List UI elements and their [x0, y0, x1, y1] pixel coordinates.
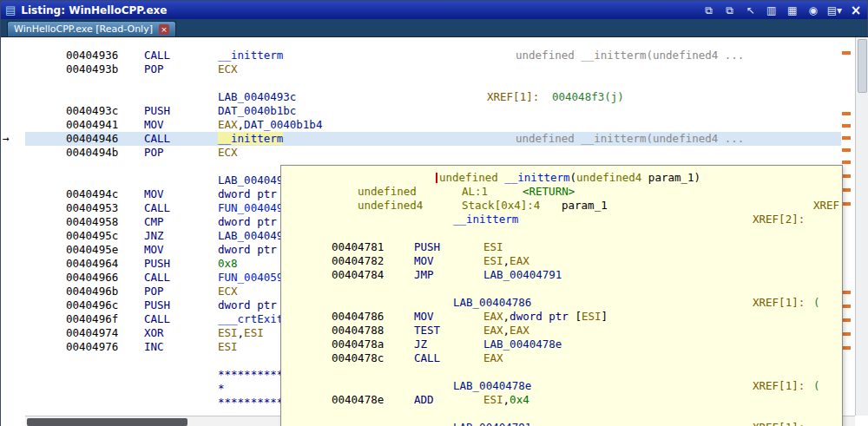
popup-row[interactable]: LAB_0040478eXREF[1]:( — [281, 379, 842, 393]
popup-row[interactable]: 00404781PUSHESI — [281, 240, 842, 254]
tab-close-icon[interactable]: × — [159, 24, 169, 35]
cell-op: ESI — [483, 240, 503, 254]
nav-marker[interactable] — [842, 332, 851, 336]
cell-xa: XREF — [813, 199, 839, 213]
listing-row[interactable]: LAB_0040493cXREF[1]:004048f3(j) — [1, 90, 868, 104]
nav-marker[interactable] — [842, 291, 851, 294]
horizontal-scrollbar-thumb[interactable] — [27, 418, 187, 426]
popup-row[interactable]: 00404784JMPLAB_00404791 — [281, 268, 842, 282]
cell-op: FUN_004059 — [218, 271, 283, 285]
cell-xref: XREF[1]: — [753, 379, 805, 393]
nav-marker[interactable] — [842, 318, 851, 322]
snapshot-icon[interactable]: ◉ — [806, 3, 820, 17]
popup-row[interactable] — [281, 407, 842, 421]
nav-marker[interactable] — [842, 346, 851, 350]
popup-row[interactable]: 00404788TESTEAX,EAX — [281, 324, 842, 338]
copy-icon[interactable]: ⧉ — [702, 3, 716, 17]
nav-marker[interactable] — [842, 51, 851, 55]
listing-row[interactable]: 00404946CALL__inittermundefined __initte… — [1, 132, 868, 146]
markup-view-icon[interactable]: ▦ — [786, 3, 799, 17]
listing-row[interactable]: 00404941MOVEAX,DAT_0040b1b4 — [1, 118, 868, 132]
popup-row[interactable]: undefinedAL:1<RETURN> — [281, 185, 842, 199]
nav-marker[interactable] — [842, 305, 851, 308]
cell-t1: undefined — [358, 185, 417, 199]
cell-addr: 00404964 — [66, 257, 118, 271]
diff-view-icon[interactable]: ▥ — [765, 3, 779, 17]
cell-addr: 0040496b — [66, 285, 118, 298]
listing-row[interactable]: 0040493cPUSHDAT_0040b1bc — [1, 104, 868, 118]
popup-row[interactable]: LAB_00404786XREF[1]:( — [281, 296, 842, 310]
popup-row[interactable]: LAB_00404791XREF[1]: — [281, 421, 842, 426]
cell-t4: param_1 — [562, 199, 608, 213]
vertical-scrollbar[interactable] — [855, 37, 868, 416]
cell-op: ECX — [218, 146, 238, 160]
cell-op: dword ptr — [218, 243, 277, 257]
close-icon[interactable]: × — [849, 3, 863, 17]
cell-op: ********** — [218, 396, 283, 410]
cell-op: ESI,ESI — [218, 326, 264, 340]
window-title: Listing: WinHelloCPP.exe — [21, 4, 167, 16]
cell-addr: 0040494c — [66, 187, 118, 201]
popup-row[interactable]: undefined __initterm(undefined4 param_1) — [281, 171, 842, 185]
cell-mn: MOV — [144, 243, 164, 257]
popup-row[interactable]: 00404786MOVEAX,dword ptr [ESI] — [281, 310, 842, 324]
cell-mn: CALL — [414, 351, 440, 365]
popup-row[interactable]: 00404782MOVESI,EAX — [281, 254, 842, 268]
nav-marker[interactable] — [842, 188, 851, 192]
cell-op: dword ptr — [218, 215, 277, 229]
popup-row[interactable] — [281, 226, 842, 240]
listing-panel: → 00404936CALL__inittermundefined __init… — [1, 36, 868, 426]
cell-lbl: LAB_00404786 — [453, 296, 531, 310]
popup-row[interactable] — [281, 365, 842, 379]
nav-marker[interactable] — [842, 174, 851, 178]
cell-sig: undefined __initterm(undefined4 param_1) — [436, 171, 700, 185]
popup-row[interactable]: 0040478cCALLEAX — [281, 351, 842, 365]
listing-row[interactable] — [1, 76, 868, 90]
nav-marker[interactable] — [842, 136, 851, 140]
cell-mn: CALL — [144, 201, 170, 215]
popup-row[interactable]: 0040478eADDESI,0x4 — [281, 393, 842, 407]
cell-mn: CALL — [144, 49, 170, 62]
listing-row[interactable]: 0040494bPOPECX — [1, 146, 868, 160]
vertical-scrollbar-thumb[interactable] — [858, 39, 867, 93]
tab-label: WinHelloCPP.exe [Read-Only] — [14, 23, 153, 35]
duplicate-icon[interactable]: ⧉ — [723, 3, 737, 17]
cell-xref: XREF[1]: — [487, 90, 539, 104]
cell-op: dword ptr — [218, 187, 277, 201]
cell-t1: undefined4 — [358, 199, 423, 213]
cell-mn: JNZ — [144, 229, 164, 243]
titlebar[interactable]: ▤ Listing: WinHelloCPP.exe ⧉⧉↖▥▦◉▤▾× — [1, 1, 867, 19]
tab-winhellocpp[interactable]: WinHelloCPP.exe [Read-Only] × — [7, 21, 176, 36]
listing-row[interactable]: 00404936CALL__inittermundefined __initte… — [1, 49, 868, 62]
cell-op: LAB_004049 — [218, 229, 283, 243]
popup-row[interactable]: undefined4Stack[0x4]:4param_1XREF — [281, 199, 842, 213]
nav-marker[interactable] — [842, 124, 851, 128]
text-caret — [436, 173, 437, 183]
listing-row[interactable]: 0040493bPOPECX — [1, 62, 868, 76]
cell-mn: PUSH — [144, 257, 170, 271]
cell-mn: JZ — [414, 338, 427, 351]
cell-op: EAX,dword ptr [ESI] — [483, 310, 608, 324]
cell-mn: MOV — [144, 118, 164, 132]
cell-mn: CALL — [144, 132, 170, 146]
cell-addr: 0040495c — [66, 229, 118, 243]
nav-marker[interactable] — [842, 202, 851, 206]
popup-row[interactable]: __inittermXREF[2]: — [281, 213, 842, 226]
cell-op: LAB_00404791 — [483, 268, 562, 282]
cell-addr: 00404784 — [332, 268, 384, 282]
listing-app-icon: ▤ — [5, 4, 16, 16]
cell-op: EAX,DAT_0040b1b4 — [218, 118, 322, 132]
popup-row[interactable]: 0040478aJZLAB_0040478e — [281, 338, 842, 351]
cell-t2: Stack[0x4]:4 — [462, 199, 540, 213]
cell-mn: PUSH — [414, 240, 440, 254]
cell-mn: TEST — [414, 324, 440, 338]
nav-marker[interactable] — [842, 112, 851, 115]
popup-row[interactable] — [281, 282, 842, 296]
nav-marker[interactable] — [842, 148, 851, 152]
window-menu-icon[interactable]: ▤▾ — [827, 3, 842, 17]
cell-addr: 0040478c — [332, 351, 384, 365]
cursor-select-icon[interactable]: ↖ — [744, 3, 758, 17]
nav-marker[interactable] — [842, 161, 851, 164]
cell-op: ESI,EAX — [483, 254, 529, 268]
cell-op: __initterm — [218, 132, 283, 146]
